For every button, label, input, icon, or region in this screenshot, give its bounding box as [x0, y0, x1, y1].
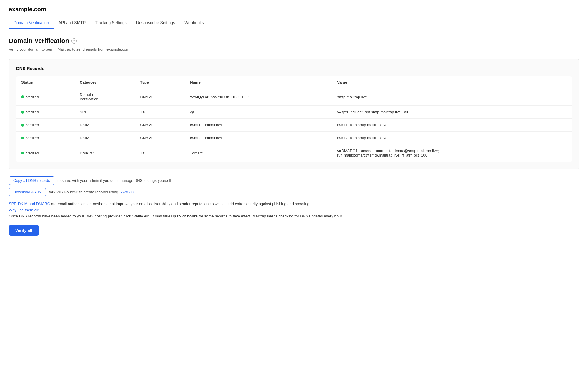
- status-text: Verified: [26, 110, 39, 114]
- verified-dot: [21, 152, 24, 154]
- actions-section: Copy all DNS records to share with your …: [9, 176, 579, 196]
- info-section: SPF, DKIM and DMARC are email authentica…: [9, 201, 579, 219]
- info-body-text: Once DNS records have been added to your…: [9, 214, 171, 218]
- col-status: Status: [16, 77, 75, 88]
- site-title: example.com: [9, 6, 579, 13]
- info-main-text: are email authentication methods that im…: [50, 202, 310, 206]
- page-title: Domain Verification ?: [9, 37, 579, 45]
- cell-value-2: rwmt1.dkim.smtp.mailtrap.live: [332, 119, 572, 132]
- cell-status-0: Verified: [16, 88, 75, 106]
- tab-domain-verification[interactable]: Domain Verification: [9, 17, 54, 29]
- cell-name-2: rwmt1._domainkey: [185, 119, 332, 132]
- cell-type-0: CNAME: [136, 88, 186, 106]
- col-name: Name: [185, 77, 332, 88]
- download-text-before: for AWS Route53 to create records using: [49, 190, 118, 194]
- tab-api-smtp[interactable]: API and SMTP: [54, 17, 91, 29]
- tabs-nav: Domain VerificationAPI and SMTPTracking …: [9, 17, 579, 29]
- dns-table-body: VerifiedDomain VerificationCNAMEWtMQyLar…: [16, 88, 572, 162]
- cell-category-2: DKIM: [75, 119, 135, 132]
- tab-webhooks[interactable]: Webhooks: [180, 17, 209, 29]
- download-json-button[interactable]: Download JSON: [9, 188, 46, 196]
- verify-all-button[interactable]: Verify all: [9, 225, 39, 236]
- download-action-line: Download JSON for AWS Route53 to create …: [9, 188, 579, 196]
- dns-table: Status Category Type Name Value Verified…: [16, 76, 572, 162]
- verified-dot: [21, 111, 24, 114]
- dns-card-title: DNS Records: [16, 66, 572, 71]
- cell-type-3: CNAME: [136, 132, 186, 144]
- status-text: Verified: [26, 136, 39, 140]
- dns-table-head: Status Category Type Name Value: [16, 77, 572, 88]
- cell-type-1: TXT: [136, 106, 186, 119]
- verified-dot: [21, 137, 24, 139]
- verified-dot: [21, 95, 24, 98]
- table-row: VerifiedSPFTXT@v=spf1 include:_spf.smtp.…: [16, 106, 572, 119]
- tab-tracking-settings[interactable]: Tracking Settings: [90, 17, 131, 29]
- cell-status-2: Verified: [16, 119, 75, 132]
- aws-cli-link[interactable]: AWS CLI: [121, 190, 137, 194]
- cell-status-3: Verified: [16, 132, 75, 144]
- why-use-link[interactable]: Why use them all?: [9, 208, 40, 212]
- cell-type-4: TXT: [136, 144, 186, 162]
- verified-dot: [21, 124, 24, 127]
- cell-status-4: Verified: [16, 144, 75, 162]
- tab-unsubscribe-settings[interactable]: Unsubscribe Settings: [131, 17, 180, 29]
- page-title-text: Domain Verification: [9, 37, 69, 45]
- info-body-text-end: for some records to take effect. Mailtra…: [198, 214, 343, 218]
- cell-name-3: rwmt2._domainkey: [185, 132, 332, 144]
- cell-type-2: CNAME: [136, 119, 186, 132]
- col-category: Category: [75, 77, 135, 88]
- spf-dkim-dmarc-link[interactable]: SPF, DKIM and DMARC: [9, 202, 50, 206]
- info-line-1: SPF, DKIM and DMARC are email authentica…: [9, 201, 579, 207]
- table-row: VerifiedDMARCTXT_dmarcv=DMARC1; p=none; …: [16, 144, 572, 162]
- copy-action-text: to share with your admin if you don't ma…: [57, 178, 171, 183]
- col-type: Type: [136, 77, 186, 88]
- cell-name-0: WtMQyLarGVWYh3UK0uDJCTOP: [185, 88, 332, 106]
- info-line-2: Why use them all?: [9, 207, 579, 213]
- status-text: Verified: [26, 151, 39, 155]
- cell-name-4: _dmarc: [185, 144, 332, 162]
- table-row: VerifiedDomain VerificationCNAMEWtMQyLar…: [16, 88, 572, 106]
- cell-category-4: DMARC: [75, 144, 135, 162]
- col-value: Value: [332, 77, 572, 88]
- cell-category-1: SPF: [75, 106, 135, 119]
- copy-dns-button[interactable]: Copy all DNS records: [9, 176, 54, 185]
- table-row: VerifiedDKIMCNAMErwmt1._domainkeyrwmt1.d…: [16, 119, 572, 132]
- cell-name-1: @: [185, 106, 332, 119]
- cell-value-4: v=DMARC1; p=none; rua=mailto:dmarc@smtp.…: [332, 144, 572, 162]
- help-icon[interactable]: ?: [71, 38, 77, 44]
- cell-category-0: Domain Verification: [75, 88, 135, 106]
- dns-card: DNS Records Status Category Type Name Va…: [9, 59, 579, 169]
- cell-category-3: DKIM: [75, 132, 135, 144]
- cell-value-0: smtp.mailtrap.live: [332, 88, 572, 106]
- copy-action-line: Copy all DNS records to share with your …: [9, 176, 579, 185]
- dns-table-header-row: Status Category Type Name Value: [16, 77, 572, 88]
- cell-value-1: v=spf1 include:_spf.smtp.mailtrap.live ~…: [332, 106, 572, 119]
- status-text: Verified: [26, 123, 39, 127]
- cell-status-1: Verified: [16, 106, 75, 119]
- page-subtitle: Verify your domain to permit Mailtrap to…: [9, 47, 579, 51]
- cell-value-3: rwmt2.dkim.smtp.mailtrap.live: [332, 132, 572, 144]
- info-bold-text: up to 72 hours: [171, 214, 198, 218]
- info-line-3: Once DNS records have been added to your…: [9, 213, 579, 220]
- table-row: VerifiedDKIMCNAMErwmt2._domainkeyrwmt2.d…: [16, 132, 572, 144]
- status-text: Verified: [26, 95, 39, 99]
